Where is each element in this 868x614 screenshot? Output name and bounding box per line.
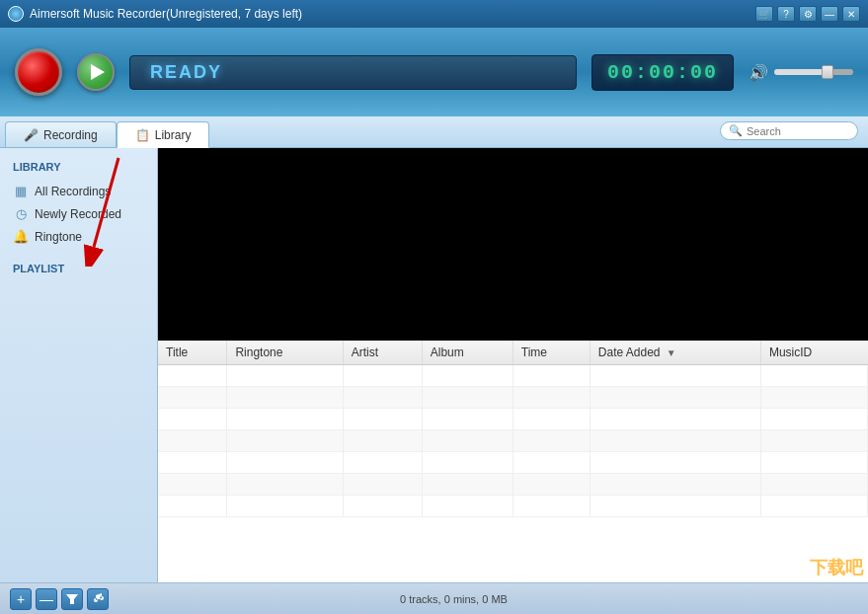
search-box[interactable]: 🔍 <box>720 121 858 140</box>
table-row <box>158 474 868 496</box>
table-row <box>158 387 868 409</box>
ringtone-icon: 🔔 <box>13 229 29 244</box>
track-table: Title Ringtone Artist Album Time Date Ad… <box>158 341 868 582</box>
table-row <box>158 452 868 474</box>
all-recordings-label: All Recordings <box>35 185 111 198</box>
col-musicid: MusicID <box>760 341 867 365</box>
tab-library[interactable]: 📋 Library <box>117 121 210 148</box>
search-icon: 🔍 <box>729 124 743 137</box>
bottom-buttons: + — <box>10 588 109 610</box>
volume-slider[interactable] <box>774 69 853 75</box>
minimize-button[interactable]: 🛒 <box>755 6 773 22</box>
col-title: Title <box>158 341 227 365</box>
playlist-section-title: PLAYLIST <box>5 260 152 277</box>
main-content: LIBRARY ▦ All Recordings ◷ Newly Recorde… <box>0 148 868 582</box>
sidebar-item-ringtone[interactable]: 🔔 Ringtone <box>5 225 152 248</box>
sidebar-item-all-recordings[interactable]: ▦ All Recordings <box>5 180 152 202</box>
tab-recording[interactable]: 🎤 Recording <box>5 121 117 147</box>
bottom-bar: + — 0 tracks, 0 mins, 0 MB <box>0 582 868 614</box>
volume-icon: 🔊 <box>749 63 768 82</box>
volume-area: 🔊 <box>749 63 853 82</box>
col-date-added[interactable]: Date Added ▼ <box>590 341 760 365</box>
app-title: Aimersoft Music Recorder(Unregistered, 7… <box>30 7 302 21</box>
content-area: Title Ringtone Artist Album Time Date Ad… <box>158 148 868 582</box>
search-input[interactable] <box>747 125 845 137</box>
table-row <box>158 365 868 387</box>
app-icon <box>8 6 24 22</box>
visualization-area <box>158 148 868 341</box>
table-row <box>158 409 868 430</box>
filter-icon <box>65 592 79 606</box>
titlebar-controls: 🛒 ? ⚙ — ✕ <box>755 6 860 22</box>
table-row <box>158 496 868 517</box>
col-artist: Artist <box>343 341 422 365</box>
library-section-title: LIBRARY <box>5 158 152 176</box>
recording-tab-label: Recording <box>43 128 98 142</box>
add-button[interactable]: + <box>10 588 32 610</box>
window-minimize-button[interactable]: — <box>821 6 838 22</box>
sort-arrow-icon: ▼ <box>667 347 676 358</box>
play-button[interactable] <box>77 53 115 91</box>
table-header-row: Title Ringtone Artist Album Time Date Ad… <box>158 341 868 365</box>
col-album: Album <box>422 341 513 365</box>
status-bar-text: 0 tracks, 0 mins, 0 MB <box>400 593 508 605</box>
titlebar: Aimersoft Music Recorder(Unregistered, 7… <box>0 0 868 28</box>
settings-button[interactable]: ⚙ <box>799 6 817 22</box>
watermark: 下载吧 <box>810 556 863 579</box>
top-controls: READY 00:00:00 🔊 <box>0 28 868 116</box>
record-button[interactable] <box>15 48 62 96</box>
table-body <box>158 365 868 517</box>
volume-thumb <box>822 65 833 79</box>
music-button[interactable] <box>87 588 109 610</box>
col-ringtone: Ringtone <box>227 341 343 365</box>
sidebar-item-newly-recorded[interactable]: ◷ Newly Recorded <box>5 202 152 225</box>
tab-bar: 🎤 Recording 📋 Library 🔍 <box>0 116 868 148</box>
window-close-button[interactable]: ✕ <box>842 6 860 22</box>
music-icon <box>91 592 105 606</box>
col-time: Time <box>513 341 590 365</box>
filter-button[interactable] <box>61 588 83 610</box>
newly-recorded-icon: ◷ <box>13 206 29 221</box>
time-display: 00:00:00 <box>592 54 734 91</box>
status-display: READY <box>129 55 577 90</box>
ringtone-label: Ringtone <box>35 230 82 244</box>
sidebar: LIBRARY ▦ All Recordings ◷ Newly Recorde… <box>0 148 158 582</box>
table-row <box>158 430 868 452</box>
recording-tab-icon: 🎤 <box>24 128 39 142</box>
all-recordings-icon: ▦ <box>13 184 29 198</box>
titlebar-left: Aimersoft Music Recorder(Unregistered, 7… <box>8 6 302 22</box>
help-button[interactable]: ? <box>777 6 795 22</box>
library-tab-label: Library <box>155 128 192 142</box>
library-tab-icon: 📋 <box>135 128 150 142</box>
remove-button[interactable]: — <box>36 588 57 610</box>
newly-recorded-label: Newly Recorded <box>35 207 121 221</box>
